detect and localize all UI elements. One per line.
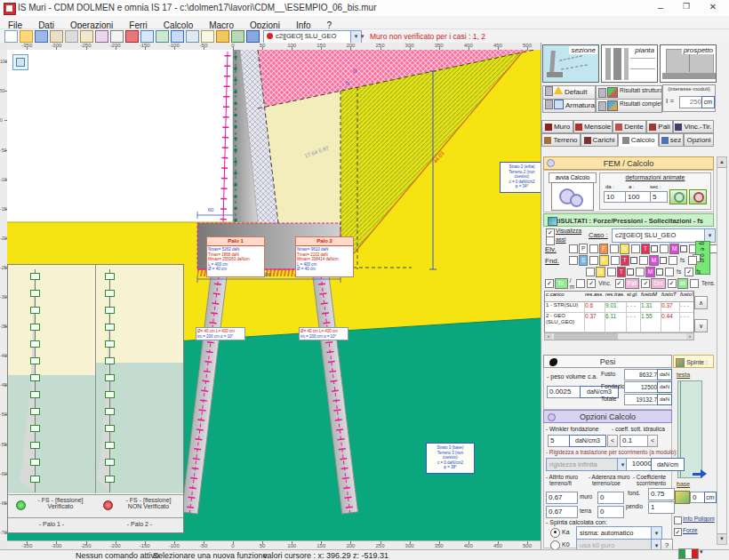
panel-scrollbar[interactable]: ▲ ▼ — [717, 156, 727, 545]
warning-dropdown-icon[interactable]: ▾ — [361, 33, 364, 40]
coeff-less-button[interactable]: < — [647, 435, 658, 447]
table-row-name[interactable]: 2 - GEO (SLU_GEO) — [545, 313, 585, 332]
checkbox[interactable]: ✓ — [587, 279, 596, 288]
risultati-strutturali-button[interactable]: Risultati strutturali — [596, 85, 662, 100]
checkbox[interactable] — [610, 244, 619, 253]
checkbox[interactable] — [660, 244, 669, 253]
checkbox[interactable] — [690, 279, 699, 288]
toggle-M[interactable]: M — [660, 244, 687, 254]
checkbox[interactable] — [636, 268, 645, 276]
tab-mensole[interactable]: Mensole — [573, 120, 613, 133]
case-selector[interactable]: c2|[GEO] SLU_GEO ▾ — [263, 30, 362, 44]
inner-checkbox[interactable] — [627, 268, 634, 276]
tab-terreno[interactable]: Terreno — [541, 133, 581, 147]
table-scroll-up[interactable]: ∧ — [694, 296, 708, 309]
report-icon[interactable] — [201, 30, 214, 43]
pesi-row-value[interactable]: 8632.7 — [624, 369, 660, 380]
winkler-less-button[interactable]: < — [607, 435, 618, 447]
undo-icon[interactable] — [50, 30, 63, 43]
inner-checkbox[interactable] — [651, 245, 658, 252]
toggle-M[interactable]: M — [639, 255, 667, 266]
language-flag-icon[interactable] — [678, 548, 699, 559]
rigidezza-selector[interactable]: rigidezza infinita▾ — [546, 458, 629, 471]
checkbox[interactable]: ✓ — [668, 279, 677, 288]
table-scroll-down[interactable]: ∨ — [694, 319, 708, 332]
pendio-input[interactable]: 1 — [648, 501, 675, 514]
maximize-button[interactable]: ❐ — [677, 2, 695, 11]
scroll-left-icon[interactable]: ‹ — [545, 333, 552, 340]
da-input[interactable]: 10 — [604, 191, 627, 203]
table-row-name[interactable]: 1 - STR(SLU) — [545, 302, 585, 313]
scroll-thumb[interactable] — [554, 333, 618, 340]
flag-dropdown-icon[interactable]: ▾ — [700, 548, 703, 556]
toggle-Tens.[interactable]: Tens. — [690, 279, 717, 288]
checkbox[interactable]: ✓ — [545, 279, 554, 288]
checkbox[interactable]: ✓ — [641, 279, 650, 288]
percent-icon[interactable] — [110, 30, 124, 43]
stamp-icon[interactable] — [95, 30, 108, 43]
checkbox[interactable] — [639, 256, 648, 265]
toggle-P[interactable]: P — [589, 255, 608, 266]
forze-checkbox[interactable]: ✓ — [674, 528, 682, 536]
scroll-up-icon[interactable]: ▲ — [717, 157, 726, 168]
fond-input[interactable]: 0.75 — [648, 488, 675, 500]
aderenza-terra-input[interactable]: 0 — [597, 506, 624, 518]
checkbox[interactable] — [669, 256, 677, 265]
toggle-Tir.[interactable]: ✓Tir. — [545, 278, 568, 289]
toggle-fs[interactable]: ✓fs — [685, 268, 702, 276]
checkbox[interactable] — [586, 268, 595, 276]
quota-icon[interactable] — [675, 491, 690, 504]
tab-carichi[interactable]: Carichi — [581, 133, 618, 147]
minimize-button[interactable]: – — [652, 2, 669, 12]
checkbox[interactable]: ✓ — [615, 279, 624, 288]
toggle-P[interactable]: P — [569, 244, 588, 254]
toggle-fs[interactable]: fs — [688, 256, 706, 265]
checkbox[interactable] — [665, 268, 674, 276]
shield-icon[interactable] — [246, 30, 260, 43]
toggle-ali[interactable]: ✓ali — [668, 278, 689, 289]
default-view-button[interactable]: Default — [542, 85, 596, 100]
tab-opzioni[interactable]: Opzioni — [684, 133, 714, 147]
close-button[interactable]: ✕ — [704, 2, 722, 12]
pie-icon[interactable] — [216, 30, 229, 43]
open-icon[interactable] — [20, 30, 33, 43]
scroll-down-icon[interactable]: ▼ — [717, 533, 726, 544]
toggle-Pali[interactable]: ✓Pali — [615, 278, 640, 289]
checkbox[interactable] — [607, 268, 616, 276]
tab-muro[interactable]: Muro — [541, 120, 573, 133]
anim-stop-button[interactable] — [689, 189, 707, 204]
checkbox[interactable] — [631, 244, 640, 253]
armatura-view-button[interactable]: Armatura — [542, 99, 596, 113]
toggle-Vinc.[interactable]: ✓Vinc. — [587, 279, 613, 288]
avvia-calcolo-button[interactable] — [551, 182, 594, 211]
thumb-pianta[interactable]: pianta — [601, 44, 658, 83]
checkbox[interactable] — [576, 279, 585, 288]
risultati-completi-button[interactable]: Risultati completi — [596, 99, 662, 113]
toggle-T[interactable]: T — [607, 267, 634, 277]
inner-checkbox[interactable] — [630, 257, 637, 264]
edit-icon[interactable] — [80, 30, 93, 43]
checkbox[interactable] — [589, 256, 598, 265]
new-icon[interactable] — [4, 30, 18, 43]
toggle-Dnt[interactable]: ✓Dnt — [641, 278, 665, 289]
globe-icon[interactable] — [156, 30, 169, 43]
thumb-prospetto[interactable]: prospetto — [660, 44, 717, 83]
grid-icon[interactable] — [171, 30, 184, 43]
attrito-muro-input[interactable]: 0.67 — [546, 492, 578, 504]
compass-icon[interactable] — [140, 30, 154, 43]
tab-sez[interactable]: sez — [659, 133, 684, 147]
toggle-fs[interactable]: fs — [669, 256, 686, 265]
a-input[interactable]: 100 — [625, 191, 652, 203]
anim-play-button[interactable] — [669, 189, 687, 204]
palo2-info-box[interactable]: Palo 2 Nmax= 9610 daN Tmax= 2102 daN Mma… — [295, 236, 354, 277]
toggle-T[interactable]: T — [611, 255, 637, 266]
book-icon[interactable] — [125, 30, 139, 43]
toggle-N[interactable]: N — [610, 244, 629, 254]
toggle-/ m[interactable]: / m — [570, 277, 574, 290]
save-icon[interactable] — [35, 30, 48, 43]
tab-vinctir[interactable]: Vinc.-Tir. — [673, 120, 714, 133]
tab-dente[interactable]: Dente — [613, 120, 646, 133]
toggle-blank[interactable] — [576, 279, 585, 288]
checkbox[interactable] — [611, 256, 620, 265]
pesi-row-value[interactable]: 12500 — [624, 381, 660, 393]
